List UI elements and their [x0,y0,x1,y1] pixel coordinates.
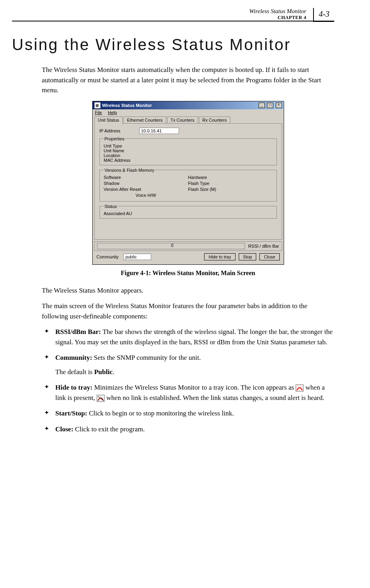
tab-content: IP Address 10.0.16.41 Properties Unit Ty… [94,124,282,240]
tray-nolink-icon [97,395,105,402]
stop-button[interactable]: Stop [239,253,257,260]
menu-help[interactable]: Help [108,110,117,115]
properties-legend: Properties [104,136,125,141]
bullet-community-sub-suffix: . [113,368,114,376]
bullet-startstop-text: Click to begin or to stop monitoring the… [87,409,234,417]
app-window: ▦ Wireless Status Monitor _ □ × File Hel… [92,101,284,265]
paragraph-after-fig-2: The main screen of the Wireless Status M… [42,301,334,321]
prop-mac: MAC Address [104,158,273,163]
tab-unit-status[interactable]: Unit Status [94,116,123,124]
bullet-startstop: Start/Stop: Click to begin or to stop mo… [42,408,334,419]
bullet-community-sub-prefix: The default is [55,368,94,376]
status-legend: Status [104,204,118,209]
tray-link-icon [296,384,304,392]
ip-address-label: IP Address [99,128,139,133]
bullet-hide: Hide to tray: Minimizes the Wireless Sta… [42,382,334,403]
versions-group: Versions & Flash Memory Software Shadow … [99,168,277,202]
close-button[interactable]: Close [259,253,279,260]
prop-location: Location [104,153,273,158]
window-title: Wireless Status Monitor [102,103,258,108]
tab-tx-counters[interactable]: Tx Counters [167,116,198,123]
rssi-bar: 0 [97,243,245,249]
versions-flashsize: Flash Size (M) [188,187,273,192]
figure-caption: Figure 4-1: Wireless Status Monitor, Mai… [42,270,334,277]
rssi-bar-label: RSSI / dBm Bar [248,244,279,248]
minimize-button[interactable]: _ [259,103,265,108]
prop-unit-name: Unit Name [104,148,273,153]
rssi-bar-row: 0 RSSI / dBm Bar [94,241,282,251]
rssi-bar-zero: 0 [171,243,173,248]
bullet-community-sub-bold: Public [94,368,113,376]
intro-paragraph: The Wireless Status Monitor starts autom… [42,65,334,95]
bullet-close-text: Click to exit the program. [73,425,144,433]
chapter-label: CHAPTER 4 [278,15,306,20]
tab-bar: Unit Status Ethernet Counters Tx Counter… [94,116,282,124]
prop-unit-type: Unit Type [104,144,273,148]
maximize-button[interactable]: □ [267,103,273,108]
window-titlebar: ▦ Wireless Status Monitor _ □ × [93,101,284,109]
versions-voicehw: Voice H/W [104,193,188,198]
bullet-hide-text-a: Minimizes the Wireless Status Monitor to… [92,384,296,391]
bullet-community-label: Community: [55,354,92,361]
versions-var: Version After Reset [104,187,188,192]
properties-group: Properties Unit Type Unit Name Location … [99,136,277,165]
ip-address-field[interactable]: 10.0.16.41 [139,128,179,134]
tab-rx-counters[interactable]: Rx Counters [199,116,230,123]
community-label: Community [97,254,119,259]
bullet-community-text: Sets the SNMP community for the unit. [92,354,201,361]
versions-shadow: Shadow [104,181,188,186]
status-associated-au: Associated AU [104,211,273,216]
bullet-rssi-label: RSSI/dBm Bar: [55,328,101,336]
bullet-close: Close: Click to exit the program. [42,424,334,435]
menu-bar: File Help [93,109,284,116]
hide-to-tray-button[interactable]: Hide to tray [204,253,235,260]
bullet-list: RSSI/dBm Bar: The bar shows the strength… [42,327,334,434]
bullet-hide-label: Hide to tray: [55,384,92,391]
versions-flashtype: Flash Type [188,181,273,186]
versions-software: Software [104,175,188,180]
menu-file[interactable]: File [95,110,102,115]
status-group: Status Associated AU [99,204,277,219]
bottom-bar: Community public Hide to tray Stop Close [94,252,282,263]
bullet-startstop-label: Start/Stop: [55,409,87,417]
versions-hardware: Hardware [188,175,273,180]
system-menu-icon[interactable]: ▦ [94,102,101,109]
paragraph-after-fig-1: The Wireless Status Monitor appears. [42,285,334,296]
bullet-community: Community: Sets the SNMP community for t… [42,353,334,377]
page-header: Wireless Status Monitor CHAPTER 4 4-3 [12,8,334,21]
figure-screenshot: ▦ Wireless Status Monitor _ □ × File Hel… [42,101,334,265]
page-number: 4-3 [313,8,334,22]
close-window-button[interactable]: × [276,103,282,108]
page-title: Using the Wireless Status Monitor [12,36,334,54]
bullet-close-label: Close: [55,425,73,433]
bullet-rssi: RSSI/dBm Bar: The bar shows the strength… [42,327,334,347]
versions-legend: Versions & Flash Memory [104,168,155,173]
tab-ethernet-counters[interactable]: Ethernet Counters [123,116,166,123]
bullet-hide-text-c: when no link is established. When the li… [105,394,324,402]
running-title: Wireless Status Monitor [12,8,306,15]
bullet-community-sub: The default is Public. [55,367,334,377]
community-field[interactable]: public [123,254,151,260]
